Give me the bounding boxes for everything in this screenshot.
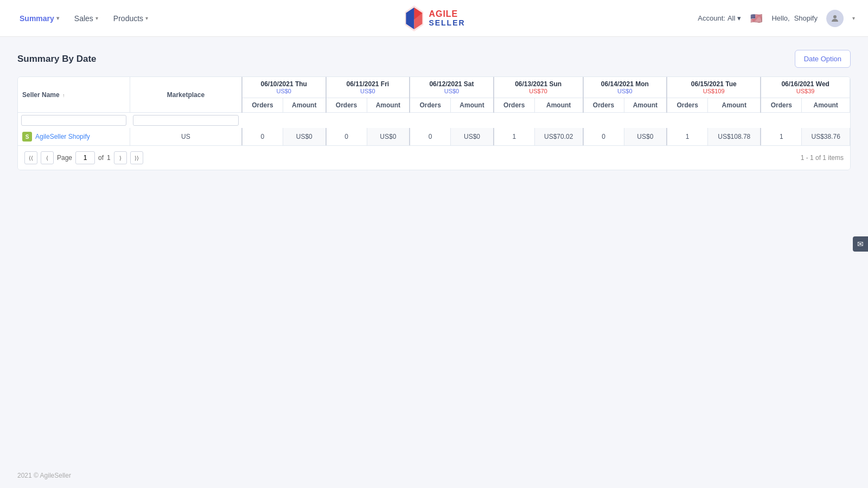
col-header-seller: Seller Name ↑	[18, 77, 130, 113]
subheader-orders-5: Orders	[667, 98, 708, 113]
logo-icon	[403, 4, 425, 33]
filter-seller-cell	[18, 113, 130, 129]
subheader-amount-3: Amount	[534, 98, 583, 113]
avatar	[826, 10, 844, 27]
subheader-amount-6: Amount	[802, 98, 850, 113]
filter-marketplace-cell	[130, 113, 241, 129]
total-pages: 1	[107, 154, 111, 162]
prev-page-btn[interactable]: ⟨	[41, 151, 54, 164]
amount-4: US$0	[624, 128, 667, 145]
page-label: Page	[57, 154, 72, 162]
subheader-amount-1: Amount	[367, 98, 410, 113]
user-dropdown-arrow[interactable]: ▾	[852, 15, 855, 21]
sort-icon-seller[interactable]: ↑	[62, 93, 65, 98]
subheader-orders-3: Orders	[494, 98, 535, 113]
flag-icon: 🇺🇸	[750, 14, 763, 23]
orders-5: 1	[667, 128, 708, 145]
nav-summary[interactable]: Summary ▾	[13, 10, 66, 27]
seller-cell: S AgileSeller Shopify	[18, 128, 130, 145]
shopify-icon: S	[22, 132, 32, 142]
nav-products-chevron: ▾	[145, 15, 148, 21]
orders-3: 1	[494, 128, 535, 145]
main-nav: Summary ▾ Sales ▾ Products ▾	[13, 10, 155, 27]
filter-seller-input[interactable]	[21, 115, 126, 126]
hello-text: Hello,	[771, 14, 789, 22]
header-right: Account: All ▾ 🇺🇸 Hello, Shopify ▾	[698, 10, 855, 27]
of-label: of	[98, 154, 104, 162]
amount-3: US$70.02	[534, 128, 583, 145]
table-date-header-row: Seller Name ↑ Marketplace 06/10/2021 Thu…	[18, 77, 850, 98]
orders-4: 0	[583, 128, 624, 145]
page-number-input[interactable]	[75, 151, 95, 164]
user-info: Hello, Shopify	[771, 14, 818, 22]
date-header-1: 06/11/2021 Fri US$0	[326, 77, 410, 98]
col-header-marketplace: Marketplace	[130, 77, 241, 113]
nav-sales-label: Sales	[74, 14, 93, 23]
summary-table: Seller Name ↑ Marketplace 06/10/2021 Thu…	[18, 77, 850, 145]
nav-products[interactable]: Products ▾	[107, 10, 155, 27]
logo-agile: AGILE	[429, 9, 465, 19]
date-header-2: 06/12/2021 Sat US$0	[410, 77, 494, 98]
account-selector[interactable]: Account: All ▾	[698, 14, 741, 22]
amount-6: US$38.76	[802, 128, 850, 145]
date-header-5: 06/15/2021 Tue US$109	[667, 77, 761, 98]
table-row: S AgileSeller Shopify US 0 US$0 0 US$0 0…	[18, 128, 850, 145]
subheader-orders-6: Orders	[761, 98, 802, 113]
orders-0: 0	[242, 128, 283, 145]
logo: AGILE SELLER	[403, 4, 465, 33]
filter-marketplace-input[interactable]	[133, 115, 238, 126]
subheader-orders-1: Orders	[326, 98, 367, 113]
user-name: Shopify	[794, 14, 818, 22]
subheader-orders-4: Orders	[583, 98, 624, 113]
summary-table-container: Seller Name ↑ Marketplace 06/10/2021 Thu…	[17, 76, 851, 170]
subheader-amount-5: Amount	[708, 98, 761, 113]
last-page-btn[interactable]: ⟩⟩	[130, 151, 143, 164]
nav-sales-chevron: ▾	[95, 15, 98, 21]
pagination: ⟨⟨ ⟨ Page of 1 ⟩ ⟩⟩ 1 - 1 of 1 items	[18, 145, 850, 170]
filter-row	[18, 113, 850, 129]
amount-2: US$0	[451, 128, 494, 145]
subheader-amount-4: Amount	[624, 98, 667, 113]
page-title: Summary By Date	[17, 54, 97, 65]
nav-summary-label: Summary	[20, 14, 54, 23]
next-page-btn[interactable]: ⟩	[114, 151, 127, 164]
amount-1: US$0	[367, 128, 410, 145]
nav-products-label: Products	[113, 14, 143, 23]
logo-text: AGILE SELLER	[429, 9, 465, 27]
table-body: S AgileSeller Shopify US 0 US$0 0 US$0 0…	[18, 128, 850, 145]
account-label: Account:	[698, 14, 725, 22]
account-chevron: ▾	[737, 14, 741, 22]
nav-summary-chevron: ▾	[56, 15, 59, 21]
seller-name: AgileSeller Shopify	[35, 133, 90, 140]
amount-0: US$0	[283, 128, 326, 145]
subheader-amount-0: Amount	[283, 98, 326, 113]
main-content: Summary By Date Date Option Seller Name …	[0, 37, 868, 183]
items-count: 1 - 1 of 1 items	[801, 154, 844, 162]
account-value: All	[727, 14, 735, 22]
subheader-orders-0: Orders	[242, 98, 283, 113]
first-page-btn[interactable]: ⟨⟨	[24, 151, 37, 164]
date-header-3: 06/13/2021 Sun US$70	[494, 77, 583, 98]
header: Summary ▾ Sales ▾ Products ▾ AGILE SELLE…	[0, 0, 868, 37]
subheader-orders-2: Orders	[410, 98, 451, 113]
date-option-button[interactable]: Date Option	[795, 50, 851, 68]
date-header-0: 06/10/2021 Thu US$0	[242, 77, 326, 98]
marketplace-cell: US	[130, 128, 241, 145]
nav-sales[interactable]: Sales ▾	[68, 10, 105, 27]
amount-5: US$108.78	[708, 128, 761, 145]
orders-6: 1	[761, 128, 802, 145]
orders-1: 0	[326, 128, 367, 145]
page-header: Summary By Date Date Option	[17, 50, 851, 68]
svg-point-5	[833, 15, 837, 18]
subheader-amount-2: Amount	[451, 98, 494, 113]
orders-2: 0	[410, 128, 451, 145]
logo-seller: SELLER	[429, 19, 465, 27]
date-header-4: 06/14/2021 Mon US$0	[583, 77, 667, 98]
date-header-6: 06/16/2021 Wed US$39	[761, 77, 850, 98]
